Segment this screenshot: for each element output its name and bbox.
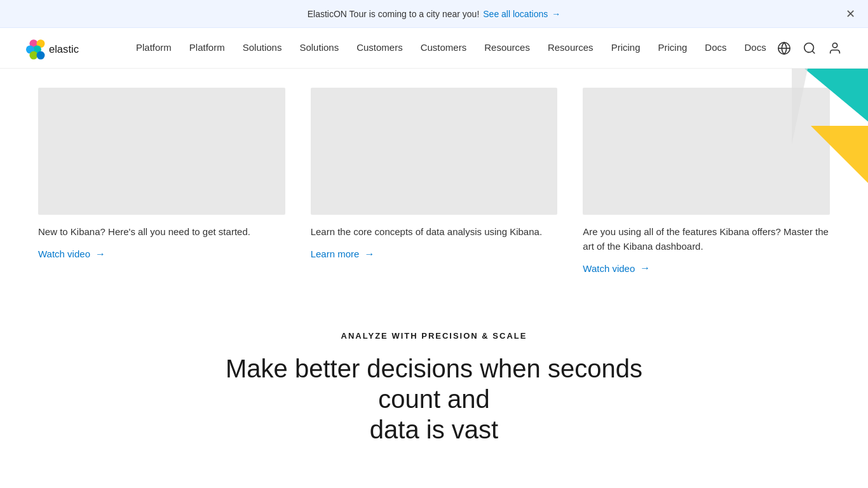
nav-right (776, 41, 843, 56)
analyze-heading: Make better decisions when seconds count… (212, 353, 656, 445)
user-icon[interactable] (827, 41, 843, 56)
analyze-section: ANALYZE WITH PRECISION & SCALE Make bett… (0, 293, 868, 470)
nav-item-pricing-2[interactable]: Pricing (649, 28, 696, 69)
announcement-close-button[interactable]: ✕ (846, 8, 855, 20)
nav-links: Platform Platform Solutions Solutions Cu… (127, 28, 776, 69)
card-2: Learn the core concepts of data analysis… (311, 88, 558, 274)
announcement-link[interactable]: See all locations → (483, 9, 560, 19)
announcement-bar: ElasticON Tour is coming to a city near … (0, 0, 868, 28)
svg-point-11 (832, 43, 837, 47)
nav-item-pricing-1[interactable]: Pricing (602, 28, 649, 69)
svg-text:elastic: elastic (49, 43, 79, 55)
card-description-2: Learn the core concepts of data analysis… (311, 225, 558, 240)
nav-item-customers-1[interactable]: Customers (348, 28, 412, 69)
nav-item-solutions-1[interactable]: Solutions (234, 28, 291, 69)
card-3: Are you using all of the features Kibana… (583, 88, 830, 274)
svg-point-9 (804, 43, 814, 52)
nav-item-resources-2[interactable]: Resources (539, 28, 602, 69)
nav-item-docs-1[interactable]: Docs (696, 28, 735, 69)
card-description-3: Are you using all of the features Kibana… (583, 225, 830, 254)
analyze-eyebrow: ANALYZE WITH PRECISION & SCALE (38, 331, 830, 341)
logo[interactable]: elastic (25, 36, 102, 61)
search-icon[interactable] (802, 41, 817, 56)
card-1: New to Kibana? Here's all you need to ge… (38, 88, 285, 274)
svg-point-5 (37, 51, 45, 59)
announcement-text: ElasticON Tour is coming to a city near … (308, 9, 480, 19)
nav-item-resources-1[interactable]: Resources (475, 28, 539, 69)
arrow-icon-3: → (640, 262, 650, 274)
nav-item-docs-2[interactable]: Docs (736, 28, 775, 69)
nav-item-solutions-2[interactable]: Solutions (290, 28, 348, 69)
nav-item-platform-2[interactable]: Platform (180, 28, 234, 69)
svg-line-10 (812, 51, 815, 53)
card-description-1: New to Kibana? Here's all you need to ge… (38, 225, 285, 240)
arrow-icon-1: → (95, 248, 105, 260)
globe-icon[interactable] (776, 41, 792, 56)
arrow-icon-2: → (364, 248, 374, 260)
cards-section: New to Kibana? Here's all you need to ge… (38, 69, 830, 293)
nav-item-customers-2[interactable]: Customers (412, 28, 476, 69)
navbar: elastic Platform Platform Solutions Solu… (0, 28, 868, 69)
card-image-2 (311, 88, 558, 215)
card-watch-video-link-2[interactable]: Watch video → (583, 262, 830, 274)
card-watch-video-link-1[interactable]: Watch video → (38, 248, 285, 260)
nav-item-platform-1[interactable]: Platform (127, 28, 180, 69)
svg-point-4 (29, 51, 37, 59)
card-learn-more-link[interactable]: Learn more → (311, 248, 558, 260)
card-image-1 (38, 88, 285, 215)
card-image-3 (583, 88, 830, 215)
main-content: New to Kibana? Here's all you need to ge… (0, 69, 868, 293)
